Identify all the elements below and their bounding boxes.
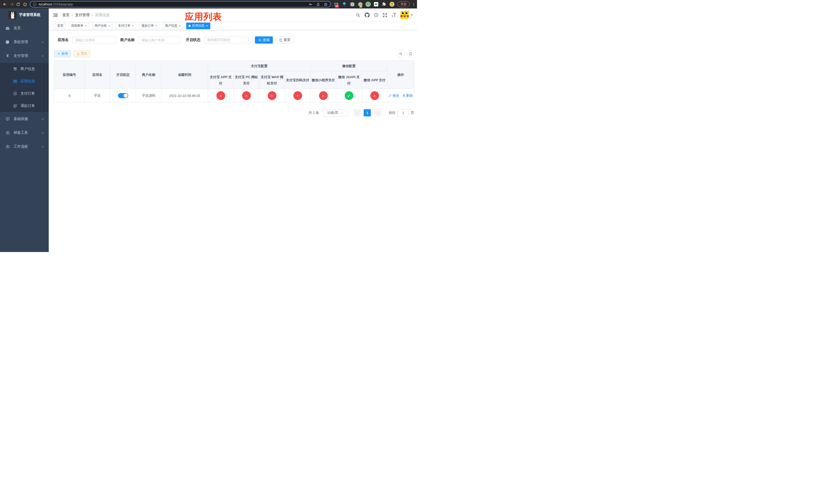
browser-forward-button[interactable] — [8, 1, 15, 8]
sidebar-item-dev-tools[interactable]: 研发工具 — [0, 126, 49, 140]
url-path: :1024/pay/app — [52, 2, 73, 6]
sidebar-item-refund-orders[interactable]: 退款订单 — [0, 100, 49, 112]
col-app-id: 应用编号 — [54, 61, 85, 89]
navbar-actions: ? — [355, 11, 417, 19]
shop-icon — [13, 67, 17, 71]
password-key-icon[interactable] — [308, 2, 313, 6]
sidebar-item-label: 支付订单 — [21, 91, 35, 96]
user-menu[interactable] — [400, 11, 413, 19]
close-icon[interactable]: × — [132, 24, 134, 27]
top-navbar: 首页 / 支付管理 / 应用信息 应用列表 ? — [49, 8, 417, 22]
browser-menu-icon[interactable]: ⋮ — [412, 2, 414, 6]
sidebar-logo[interactable]: 芋道管理系统 — [0, 8, 49, 21]
close-icon[interactable]: × — [85, 24, 87, 27]
extension-emoji-icon[interactable] — [390, 2, 394, 7]
font-size-icon[interactable] — [391, 13, 396, 18]
merchant-name-label: 商户名称 — [120, 38, 135, 42]
edit-link[interactable]: 修改 — [389, 93, 399, 98]
search-icon[interactable] — [355, 13, 360, 18]
add-button[interactable]: 新增 — [54, 50, 71, 57]
sidebar-item-label: 系统管理 — [14, 40, 28, 44]
alipay-pc-status-icon: × — [242, 91, 251, 100]
tag-process-form[interactable]: 流程表单× — [69, 23, 89, 29]
app-title: 芋道管理系统 — [19, 13, 41, 17]
goto-page-input[interactable] — [397, 109, 409, 116]
sidebar-item-system[interactable]: 系统管理 — [0, 35, 49, 49]
prev-page-button[interactable]: ‹ — [353, 109, 360, 116]
next-page-button[interactable]: › — [374, 109, 381, 116]
site-info-icon[interactable] — [33, 2, 37, 6]
extension-kite-icon[interactable] — [342, 2, 347, 7]
app-name-label: 应用名 — [58, 38, 68, 42]
current-page-button[interactable]: 1 — [364, 109, 371, 116]
address-bar[interactable]: localhost:1024/pay/app — [30, 1, 331, 7]
github-icon[interactable] — [365, 13, 370, 18]
app-table: 应用编号 应用名 开启状态 商户名称 创建时间 支付宝配置 微信配置 操作 支付… — [54, 61, 414, 102]
chevron-down-icon — [41, 145, 44, 148]
share-icon[interactable] — [316, 2, 320, 6]
extension-diamond-icon[interactable]: 10 — [334, 2, 339, 7]
search-button[interactable]: 搜索 — [255, 37, 273, 44]
payment-submenu: 商户信息 应用信息 支付订单 — [0, 63, 49, 112]
sidebar-item-merchant-info[interactable]: 商户信息 — [0, 63, 49, 75]
sidebar-item-payment-orders[interactable]: 支付订单 — [0, 87, 49, 100]
sidebar-item-infrastructure[interactable]: 基础设施 — [0, 112, 49, 126]
tag-merchant-info[interactable]: 商户信息× — [162, 23, 183, 29]
sidebar-item-payment[interactable]: ¥ 支付管理 — [0, 49, 49, 63]
wechat-app-status-icon: × — [370, 91, 379, 100]
col-wechat-jsapi: 微信 JSAPI 支付 — [336, 71, 362, 89]
search-icon — [399, 52, 403, 55]
close-icon[interactable]: × — [155, 24, 157, 27]
browser-update-button[interactable]: 更新 — [397, 1, 410, 7]
breadcrumb-payment[interactable]: 支付管理 — [75, 13, 89, 18]
app-name-input[interactable] — [72, 37, 116, 44]
sidebar-item-workflow[interactable]: 工作流程 — [0, 140, 49, 154]
cell-app-name: 芋道 — [85, 89, 110, 102]
breadcrumb-home[interactable]: 首页 — [62, 13, 69, 18]
plus-icon — [57, 52, 60, 55]
help-icon[interactable]: ? — [373, 13, 378, 18]
status-select[interactable]: 请选择开启状态 — [204, 37, 253, 44]
briefcase-icon — [5, 144, 10, 149]
toggle-search-button[interactable] — [397, 50, 404, 58]
extension-badge: 10 — [335, 5, 339, 8]
sidebar-collapse-icon[interactable] — [53, 13, 58, 18]
logo-rabbit-image — [8, 11, 16, 19]
page-size-select[interactable]: 10条/页 — [323, 109, 348, 116]
browser-back-button[interactable] — [2, 1, 8, 8]
tag-user-group[interactable]: 用户分组× — [92, 23, 113, 29]
col-alipay-app: 支付宝 APP 支付 — [208, 71, 234, 89]
extension-yudao-icon[interactable]: y — [366, 2, 371, 7]
extension-puzzle-icon[interactable] — [381, 2, 387, 7]
delete-link[interactable]: 删除 — [402, 93, 413, 98]
merchant-name-input[interactable] — [138, 37, 180, 44]
tag-refund-orders[interactable]: 退款订单× — [139, 23, 160, 29]
close-icon[interactable]: × — [179, 24, 181, 27]
tag-home[interactable]: 首页 — [55, 23, 66, 29]
close-icon[interactable]: × — [206, 24, 208, 27]
tag-app-info[interactable]: 应用信息× — [186, 23, 210, 29]
extension-command-icon[interactable] — [350, 2, 355, 7]
cell-app-id: 6 — [54, 89, 85, 102]
url-host: localhost — [39, 2, 52, 6]
browser-reload-button[interactable] — [15, 1, 22, 8]
bookmark-star-icon[interactable] — [324, 2, 328, 6]
status-toggle[interactable] — [118, 93, 128, 98]
chevron-down-icon — [41, 41, 44, 44]
extension-chat-icon[interactable] — [374, 2, 378, 7]
sidebar-item-app-info[interactable]: 应用信息 — [0, 75, 49, 87]
fullscreen-icon[interactable] — [382, 13, 388, 18]
tag-payment-orders[interactable]: 支付订单× — [116, 23, 136, 29]
dashboard-icon — [5, 26, 10, 30]
close-icon[interactable]: × — [109, 24, 111, 27]
refresh-table-button[interactable] — [407, 50, 414, 58]
sidebar-item-label: 首页 — [14, 26, 21, 30]
reset-button[interactable]: 重置 — [276, 37, 294, 44]
alipay-wap-status-icon: × — [268, 91, 277, 100]
browser-home-button[interactable] — [22, 1, 28, 8]
browser-extensions: 10 1 y — [334, 2, 394, 7]
sidebar-item-home[interactable]: 首页 — [0, 21, 49, 35]
extension-recorder-icon[interactable]: 1 — [358, 2, 363, 7]
grid-icon — [13, 79, 17, 84]
export-button[interactable]: 导出 — [73, 50, 90, 57]
